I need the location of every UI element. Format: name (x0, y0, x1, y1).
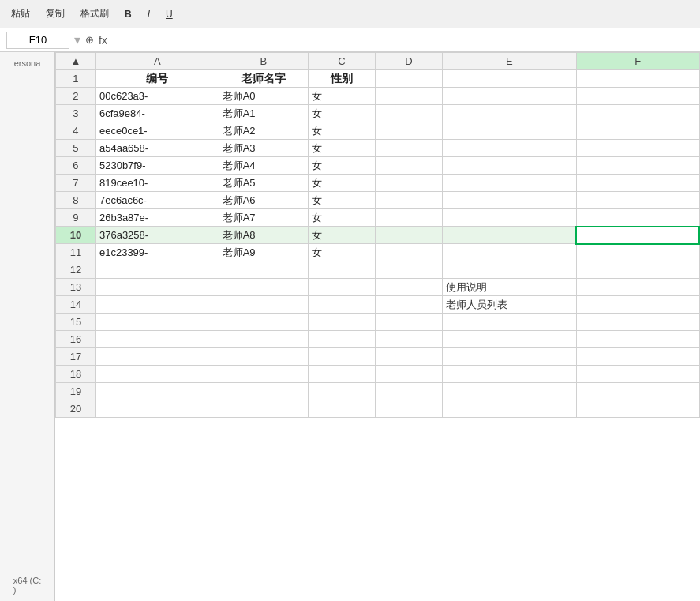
cell-C11[interactable]: 女 (308, 244, 375, 261)
cell-C9[interactable]: 女 (308, 209, 375, 227)
toolbar-format[interactable]: 格式刷 (76, 6, 114, 22)
cell-A7[interactable]: 819cee10- (95, 175, 219, 192)
cell-F16[interactable] (576, 331, 699, 348)
cell-E14[interactable]: 老师人员列表 (442, 296, 576, 314)
cell-E15[interactable] (442, 314, 576, 331)
cell-E16[interactable] (442, 331, 576, 348)
cell-E20[interactable] (442, 400, 576, 418)
cell-A16[interactable] (95, 331, 219, 348)
cell-A9[interactable]: 26b3a87e- (95, 209, 219, 227)
cell-D20[interactable] (375, 400, 442, 418)
cell-F4[interactable] (576, 122, 699, 140)
cell-A17[interactable] (95, 348, 219, 366)
cell-E17[interactable] (442, 348, 576, 366)
toolbar-underline[interactable]: U (161, 7, 178, 21)
cell-F5[interactable] (576, 140, 699, 157)
cell-C17[interactable] (308, 348, 375, 366)
cell-F10[interactable] (576, 227, 699, 244)
cell-D6[interactable] (375, 157, 442, 175)
col-header-F[interactable]: F (576, 53, 699, 70)
cell-E1[interactable] (442, 70, 576, 88)
formula-input[interactable] (112, 32, 694, 49)
cell-C15[interactable] (308, 314, 375, 331)
cell-B7[interactable]: 老师A5 (219, 175, 308, 192)
cell-E12[interactable] (442, 261, 576, 279)
cell-E18[interactable] (442, 366, 576, 383)
toolbar-italic[interactable]: I (143, 7, 155, 21)
cell-D2[interactable] (375, 88, 442, 105)
cell-E7[interactable] (442, 175, 576, 192)
cell-B20[interactable] (219, 400, 308, 418)
cell-D19[interactable] (375, 383, 442, 400)
cell-F17[interactable] (576, 348, 699, 366)
col-header-E[interactable]: E (442, 53, 576, 70)
cell-F7[interactable] (576, 175, 699, 192)
cell-B10[interactable]: 老师A8 (219, 227, 308, 244)
cell-B13[interactable] (219, 279, 308, 296)
cell-D11[interactable] (375, 244, 442, 261)
cell-B4[interactable]: 老师A2 (219, 122, 308, 140)
cell-C3[interactable]: 女 (308, 105, 375, 122)
cell-C5[interactable]: 女 (308, 140, 375, 157)
cell-F20[interactable] (576, 400, 699, 418)
cell-A15[interactable] (95, 314, 219, 331)
cell-C18[interactable] (308, 366, 375, 383)
cell-F2[interactable] (576, 88, 699, 105)
cell-A18[interactable] (95, 366, 219, 383)
cell-A13[interactable] (95, 279, 219, 296)
cell-F8[interactable] (576, 192, 699, 209)
cell-B15[interactable] (219, 314, 308, 331)
cell-D3[interactable] (375, 105, 442, 122)
cell-F13[interactable] (576, 279, 699, 296)
cell-E9[interactable] (442, 209, 576, 227)
cell-A10[interactable]: 376a3258- (95, 227, 219, 244)
cell-D1[interactable] (375, 70, 442, 88)
cell-B9[interactable]: 老师A7 (219, 209, 308, 227)
cell-A5[interactable]: a54aa658- (95, 140, 219, 157)
cell-D16[interactable] (375, 331, 442, 348)
cell-D10[interactable] (375, 227, 442, 244)
cell-E6[interactable] (442, 157, 576, 175)
cell-F3[interactable] (576, 105, 699, 122)
toolbar-paste[interactable]: 粘贴 (6, 6, 35, 22)
cell-E13[interactable]: 使用说明 (442, 279, 576, 296)
cell-A20[interactable] (95, 400, 219, 418)
cell-B14[interactable] (219, 296, 308, 314)
cell-F12[interactable] (576, 261, 699, 279)
cell-D17[interactable] (375, 348, 442, 366)
cell-F14[interactable] (576, 296, 699, 314)
cell-D4[interactable] (375, 122, 442, 140)
cell-A4[interactable]: eece0ce1- (95, 122, 219, 140)
cell-C7[interactable]: 女 (308, 175, 375, 192)
cell-B3[interactable]: 老师A1 (219, 105, 308, 122)
toolbar-bold[interactable]: B (120, 7, 137, 21)
cell-B6[interactable]: 老师A4 (219, 157, 308, 175)
cell-A11[interactable]: e1c23399- (95, 244, 219, 261)
cell-C10[interactable]: 女 (308, 227, 375, 244)
col-header-C[interactable]: C (308, 53, 375, 70)
cell-A6[interactable]: 5230b7f9- (95, 157, 219, 175)
cell-A2[interactable]: 00c623a3- (95, 88, 219, 105)
cell-D8[interactable] (375, 192, 442, 209)
toolbar-copy[interactable]: 复制 (41, 6, 69, 22)
cell-C4[interactable]: 女 (308, 122, 375, 140)
cell-D5[interactable] (375, 140, 442, 157)
cell-F1[interactable] (576, 70, 699, 88)
cell-C8[interactable]: 女 (308, 192, 375, 209)
cell-D9[interactable] (375, 209, 442, 227)
cell-E5[interactable] (442, 140, 576, 157)
cell-B8[interactable]: 老师A6 (219, 192, 308, 209)
cell-E8[interactable] (442, 192, 576, 209)
cell-B11[interactable]: 老师A9 (219, 244, 308, 261)
col-header-A[interactable]: A (95, 53, 219, 70)
cell-F19[interactable] (576, 383, 699, 400)
cell-D14[interactable] (375, 296, 442, 314)
cell-reference-box[interactable]: F10 (6, 32, 69, 49)
cell-B12[interactable] (219, 261, 308, 279)
cell-C6[interactable]: 女 (308, 157, 375, 175)
cell-A14[interactable] (95, 296, 219, 314)
cell-A12[interactable] (95, 261, 219, 279)
cell-B2[interactable]: 老师A0 (219, 88, 308, 105)
cell-D7[interactable] (375, 175, 442, 192)
cell-E10[interactable] (442, 227, 576, 244)
